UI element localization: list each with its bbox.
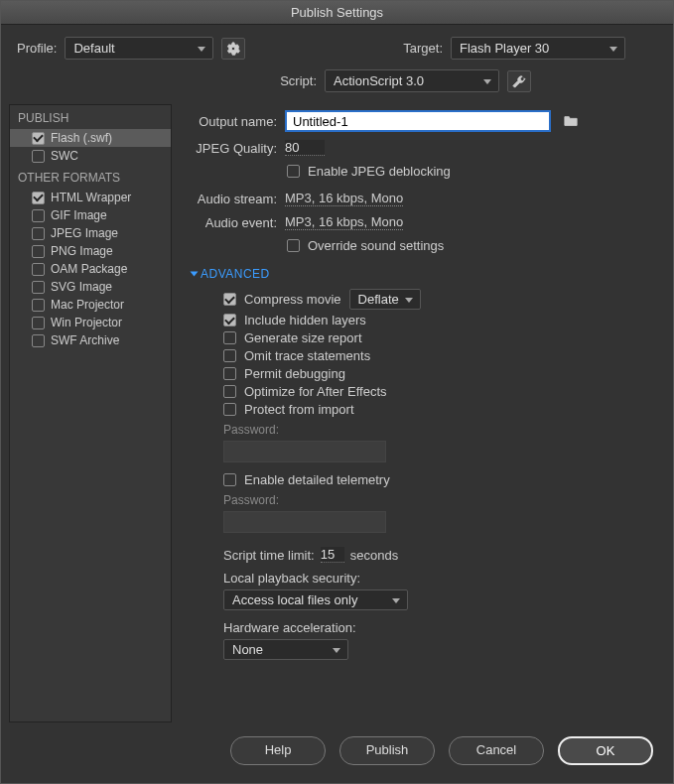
settings-panel: Output name: JPEG Quality: Enable JPEG d… [172,104,657,722]
publish-settings-dialog: Publish Settings Profile: Default Target… [0,0,674,784]
sidebar-item-label: PNG Image [51,244,113,258]
sidebar-item-checkbox[interactable] [32,263,45,276]
jpeg-quality-label: JPEG Quality: [192,141,277,156]
hw-accel-label: Hardware acceleration: [223,620,657,635]
sidebar-item[interactable]: Flash (.swf) [10,129,171,147]
format-sidebar: PUBLISH Flash (.swf)SWC OTHER FORMATS HT… [9,104,172,722]
advanced-section-toggle[interactable]: ADVANCED [192,267,657,281]
sidebar-item-checkbox[interactable] [32,334,45,347]
generate-size-report-label: Generate size report [244,330,362,345]
sidebar-item[interactable]: HTML Wrapper [10,189,171,206]
override-sound-label: Override sound settings [308,238,444,253]
audio-event-link[interactable]: MP3, 16 kbps, Mono [285,214,403,230]
folder-icon [564,114,578,128]
omit-trace-checkbox[interactable] [223,349,236,362]
sidebar-item[interactable]: SWC [10,147,171,165]
include-hidden-layers-checkbox[interactable] [223,314,236,327]
compress-movie-checkbox[interactable] [223,293,236,306]
output-name-label: Output name: [192,114,277,129]
seconds-label: seconds [350,548,398,563]
jpeg-quality-input[interactable] [285,140,325,156]
sidebar-item[interactable]: PNG Image [10,242,171,260]
ok-button[interactable]: OK [558,736,653,765]
hw-accel-select[interactable]: None [223,639,348,660]
other-formats-group-label: OTHER FORMATS [10,165,171,189]
gear-icon [226,42,240,56]
permit-debugging-checkbox[interactable] [223,367,236,380]
override-sound-checkbox[interactable] [287,239,300,252]
permit-debugging-label: Permit debugging [244,366,345,381]
omit-trace-label: Omit trace statements [244,348,370,363]
sidebar-item-label: HTML Wrapper [51,191,131,204]
script-time-limit-label: Script time limit: [223,548,315,563]
script-select[interactable]: ActionScript 3.0 [325,69,499,92]
sidebar-item-label: SWC [51,149,78,163]
audio-event-label: Audio event: [192,215,277,230]
password-label-2: Password: [223,493,657,507]
local-playback-label: Local playback security: [223,571,657,586]
wrench-icon [512,74,526,88]
cancel-button[interactable]: Cancel [449,736,544,765]
sidebar-item-checkbox[interactable] [32,209,45,222]
sidebar-item-label: JPEG Image [51,226,118,240]
optimize-ae-label: Optimize for After Effects [244,384,387,399]
button-bar: Help Publish Cancel OK [1,722,673,783]
sidebar-item-checkbox[interactable] [32,281,45,294]
enable-jpeg-deblocking-label: Enable JPEG deblocking [308,164,451,179]
compress-movie-label: Compress movie [244,292,341,307]
sidebar-item-checkbox[interactable] [32,132,45,145]
compress-method-select[interactable]: Deflate [349,289,421,310]
sidebar-item-label: Flash (.swf) [51,131,112,145]
include-hidden-layers-label: Include hidden layers [244,313,366,327]
sidebar-item[interactable]: JPEG Image [10,224,171,242]
sidebar-item[interactable]: SWF Archive [10,331,171,349]
sidebar-item[interactable]: OAM Package [10,260,171,278]
enable-jpeg-deblocking-checkbox[interactable] [287,165,300,178]
script-label: Script: [267,73,317,88]
profile-options-button[interactable] [221,38,245,60]
publish-group-label: PUBLISH [10,105,171,129]
target-label: Target: [393,41,443,56]
profile-select[interactable]: Default [65,37,213,60]
sidebar-item[interactable]: GIF Image [10,206,171,224]
sidebar-item-checkbox[interactable] [32,192,45,204]
password-label-1: Password: [223,423,657,437]
password-input-1[interactable] [223,441,386,462]
enable-telemetry-checkbox[interactable] [223,473,236,486]
sidebar-item-checkbox[interactable] [32,150,45,163]
script-time-limit-input[interactable] [321,547,344,563]
actionscript-settings-button[interactable] [507,70,531,92]
protect-import-checkbox[interactable] [223,403,236,416]
sidebar-item-checkbox[interactable] [32,245,45,258]
titlebar: Publish Settings [1,1,673,25]
generate-size-report-checkbox[interactable] [223,331,236,344]
browse-folder-button[interactable] [559,110,583,132]
optimize-ae-checkbox[interactable] [223,385,236,398]
protect-import-label: Protect from import [244,402,354,417]
sidebar-item[interactable]: Win Projector [10,314,171,331]
sidebar-item-checkbox[interactable] [32,299,45,312]
sidebar-item-label: GIF Image [51,208,107,222]
sidebar-item-checkbox[interactable] [32,317,45,329]
sidebar-item-label: Mac Projector [51,298,124,312]
output-name-input[interactable] [285,110,551,132]
profile-label: Profile: [17,41,57,56]
sidebar-item-checkbox[interactable] [32,227,45,240]
local-playback-select[interactable]: Access local files only [223,589,408,610]
sidebar-item[interactable]: SVG Image [10,278,171,296]
target-select[interactable]: Flash Player 30 [451,37,625,60]
sidebar-item-label: Win Projector [51,316,122,329]
password-input-2[interactable] [223,511,386,533]
sidebar-item-label: SWF Archive [51,333,119,347]
enable-telemetry-label: Enable detailed telemetry [244,472,390,487]
sidebar-item[interactable]: Mac Projector [10,296,171,314]
audio-stream-label: Audio stream: [192,192,277,206]
help-button[interactable]: Help [230,736,326,765]
sidebar-item-label: OAM Package [51,262,127,276]
sidebar-item-label: SVG Image [51,280,112,294]
publish-button[interactable]: Publish [339,736,435,765]
audio-stream-link[interactable]: MP3, 16 kbps, Mono [285,191,403,206]
